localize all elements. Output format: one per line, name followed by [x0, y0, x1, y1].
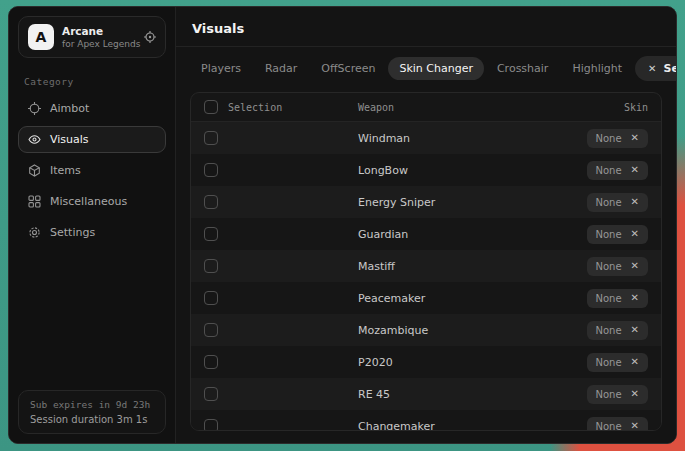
skin-select[interactable]: None✕: [587, 129, 648, 148]
weapon-name: P2020: [358, 356, 587, 369]
weapon-name: LongBow: [358, 164, 587, 177]
skin-select[interactable]: None✕: [587, 417, 648, 432]
main-panel: Visuals Players Radar OffScreen Skin Cha…: [176, 7, 676, 443]
clear-skin-icon[interactable]: ✕: [631, 165, 639, 175]
row-checkbox[interactable]: [204, 195, 218, 209]
weapon-name: Energy Sniper: [358, 196, 587, 209]
row-checkbox[interactable]: [204, 259, 218, 273]
sidebar-item-label: Items: [50, 164, 81, 177]
clear-skin-icon[interactable]: ✕: [631, 197, 639, 207]
skin-value: None: [596, 357, 622, 368]
clear-skin-icon[interactable]: ✕: [631, 261, 639, 271]
table-row: LongBow None✕: [191, 154, 661, 186]
skin-value: None: [596, 197, 622, 208]
row-checkbox[interactable]: [204, 291, 218, 305]
clear-skin-icon[interactable]: ✕: [631, 293, 639, 303]
sidebar-item-aimbot[interactable]: Aimbot: [18, 95, 166, 122]
sidebar-item-label: Visuals: [50, 133, 89, 146]
row-checkbox[interactable]: [204, 227, 218, 241]
clear-skin-icon[interactable]: ✕: [631, 357, 639, 367]
skin-select[interactable]: None✕: [587, 225, 648, 244]
sidebar-item-visuals[interactable]: Visuals: [18, 126, 166, 153]
app-header-card: A Arcane for Apex Legends: [18, 16, 166, 58]
tab-bar: Players Radar OffScreen Skin Changer Cro…: [176, 47, 676, 83]
weapon-name: Changemaker: [358, 420, 587, 432]
sidebar-item-label: Settings: [50, 226, 95, 239]
tab-crosshair[interactable]: Crosshair: [486, 57, 559, 80]
search-button-label: Search: [663, 62, 677, 75]
cube-icon: [28, 164, 41, 177]
skin-value: None: [596, 293, 622, 304]
crosshair-icon: [28, 102, 41, 115]
table-row: RE 45 None✕: [191, 378, 661, 410]
app-name: Arcane: [62, 25, 136, 37]
clear-skin-icon[interactable]: ✕: [631, 229, 639, 239]
sidebar-item-miscellaneous[interactable]: Miscellaneous: [18, 188, 166, 215]
skin-value: None: [596, 133, 622, 144]
table-row: Guardian None✕: [191, 218, 661, 250]
sub-expires-text: Sub expires in 9d 23h: [30, 399, 154, 410]
subscription-info-card: Sub expires in 9d 23h Session duration 3…: [18, 390, 166, 434]
app-logo: A: [28, 24, 54, 50]
skin-value: None: [596, 389, 622, 400]
sidebar-item-label: Miscellaneous: [50, 195, 127, 208]
skin-select[interactable]: None✕: [587, 321, 648, 340]
skin-value: None: [596, 261, 622, 272]
skin-select[interactable]: None✕: [587, 161, 648, 180]
clear-skin-icon[interactable]: ✕: [631, 421, 639, 431]
row-checkbox[interactable]: [204, 163, 218, 177]
table-row: P2020 None✕: [191, 346, 661, 378]
column-header-weapon: Weapon: [358, 102, 624, 113]
tab-players[interactable]: Players: [190, 57, 252, 80]
tab-offscreen[interactable]: OffScreen: [310, 57, 386, 80]
tab-radar[interactable]: Radar: [254, 57, 308, 80]
skin-value: None: [596, 229, 622, 240]
clear-skin-icon[interactable]: ✕: [631, 389, 639, 399]
weapon-name: Windman: [358, 132, 587, 145]
skin-select[interactable]: None✕: [587, 289, 648, 308]
row-checkbox[interactable]: [204, 419, 218, 431]
row-checkbox[interactable]: [204, 387, 218, 401]
weapon-name: Mastiff: [358, 260, 587, 273]
session-duration-text: Session duration 3m 1s: [30, 414, 154, 425]
select-all-checkbox[interactable]: [204, 100, 218, 114]
sidebar-item-items[interactable]: Items: [18, 157, 166, 184]
table-header-row: Selection Weapon Skin: [191, 93, 661, 122]
table-row: Peacemaker None✕: [191, 282, 661, 314]
table-row: Windman None✕: [191, 122, 661, 154]
skin-select[interactable]: None✕: [587, 193, 648, 212]
weapon-name: Peacemaker: [358, 292, 587, 305]
table-row: Mozambique None✕: [191, 314, 661, 346]
grid-icon: [28, 195, 41, 208]
tab-skin-changer[interactable]: Skin Changer: [388, 57, 484, 80]
row-checkbox[interactable]: [204, 323, 218, 337]
sidebar-item-settings[interactable]: Settings: [18, 219, 166, 246]
column-header-selection: Selection: [228, 102, 358, 113]
skin-value: None: [596, 165, 622, 176]
gear-icon: [28, 226, 41, 239]
tab-highlight[interactable]: Highlight: [561, 57, 633, 80]
skin-select[interactable]: None✕: [587, 257, 648, 276]
search-button[interactable]: ✕ Search: [635, 56, 677, 81]
sidebar: A Arcane for Apex Legends Category Aimbo…: [9, 7, 176, 443]
row-checkbox[interactable]: [204, 131, 218, 145]
app-subtitle: for Apex Legends: [62, 39, 136, 49]
page-title: Visuals: [192, 21, 244, 36]
sidebar-item-label: Aimbot: [50, 102, 89, 115]
target-icon[interactable]: [144, 31, 156, 43]
clear-skin-icon[interactable]: ✕: [631, 133, 639, 143]
skin-select[interactable]: None✕: [587, 353, 648, 372]
main-header: Visuals: [176, 7, 676, 47]
weapon-name: Guardian: [358, 228, 587, 241]
table-row: Changemaker None✕: [191, 410, 661, 431]
weapon-name: Mozambique: [358, 324, 587, 337]
clear-skin-icon[interactable]: ✕: [631, 325, 639, 335]
category-label: Category: [24, 76, 160, 87]
row-checkbox[interactable]: [204, 355, 218, 369]
weapon-name: RE 45: [358, 388, 587, 401]
skin-select[interactable]: None✕: [587, 385, 648, 404]
table-row: Mastiff None✕: [191, 250, 661, 282]
eye-icon: [28, 133, 41, 146]
skin-value: None: [596, 325, 622, 336]
column-header-skin: Skin: [624, 102, 648, 113]
